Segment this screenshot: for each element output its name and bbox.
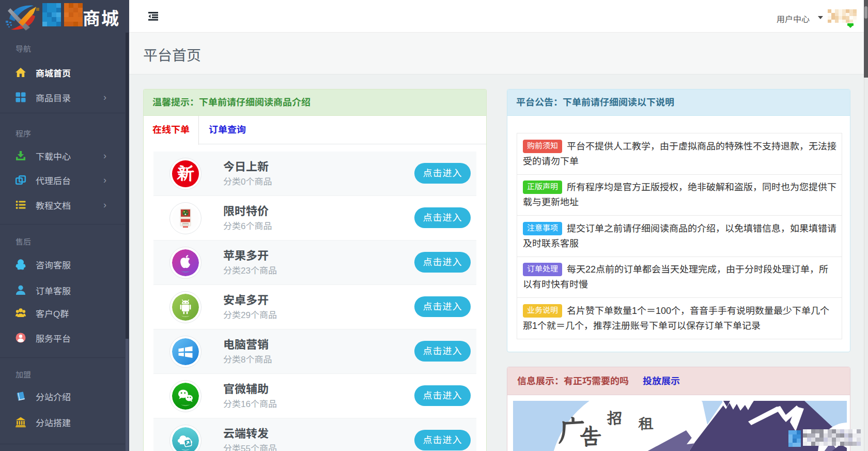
svg-text:招: 招 (607, 407, 623, 428)
svg-text:告: 告 (579, 421, 602, 451)
svg-text:租: 租 (638, 413, 654, 433)
